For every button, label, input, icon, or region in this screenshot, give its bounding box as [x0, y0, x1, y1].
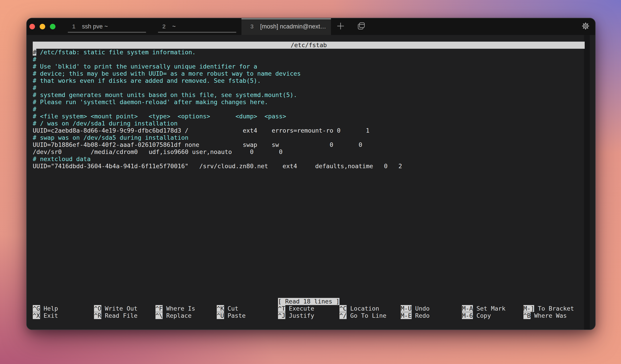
shortcut-key: ^K — [217, 305, 224, 312]
terminal-window: 1 ssh pve ~ 2 ~ 3 [mosh] ncadmin@next… — [26, 18, 596, 330]
nano-title-bar: GNU nano 8.4 /etc/fstab — [33, 42, 585, 49]
shortcut-column: M-UUndo M-ERedo — [401, 305, 462, 319]
shortcut-key: ^O — [94, 305, 101, 312]
shortcut-cut: ^KCut — [217, 305, 278, 312]
settings-button[interactable] — [581, 21, 590, 31]
shortcut-label: Justify — [289, 312, 314, 319]
shortcut-label: Redo — [415, 312, 430, 319]
shortcut-help: ^GHelp — [33, 305, 94, 312]
shortcut-where-was: ^BWhere Was — [523, 312, 585, 319]
editor-line: # — [33, 106, 585, 113]
terminal-cursor: # — [33, 49, 36, 56]
shortcut-label: To Bracket — [538, 305, 574, 312]
shortcut-key: ^/ — [340, 312, 347, 319]
scrollbar-track[interactable] — [584, 35, 590, 330]
plus-icon — [336, 22, 345, 31]
shortcut-label: Exit — [44, 312, 58, 319]
shortcut-key: ^T — [278, 305, 285, 312]
shortcut-label: Execute — [289, 305, 314, 312]
tab-overview-button[interactable] — [357, 22, 366, 31]
tab-number: 1 — [72, 23, 77, 30]
shortcut-read-file: ^RRead File — [94, 312, 155, 319]
editor-line: # device; this may be used with UUID= as… — [33, 70, 585, 77]
shortcut-location: ^CLocation — [340, 305, 401, 312]
shortcut-label: Go To Line — [350, 312, 386, 319]
tab-home[interactable]: 2 ~ — [157, 18, 237, 35]
editor-buffer: # /etc/fstab: static file system informa… — [33, 49, 585, 170]
tab-ssh-pve[interactable]: 1 ssh pve ~ — [67, 18, 147, 35]
shortcut-key: M-E — [401, 312, 412, 319]
shortcut-replace: ^\Replace — [155, 312, 217, 319]
editor-line: # /etc/fstab: static file system informa… — [33, 49, 585, 56]
tab-title: ssh pve ~ — [82, 23, 108, 30]
close-window-button[interactable] — [29, 24, 35, 29]
tab-number: 2 — [162, 23, 167, 30]
editor-line: UUID=7b1886ef-4b08-40f2-aaaf-0261075861d… — [33, 141, 585, 148]
editor-line: # — [33, 84, 585, 92]
shortcut-key: ^B — [523, 312, 531, 319]
shortcut-key: ^U — [217, 312, 224, 319]
shortcut-set-mark: M-ASet Mark — [462, 305, 523, 312]
shortcut-column: ^KCut ^UPaste — [217, 305, 278, 319]
shortcut-copy: M-6Copy — [462, 312, 523, 319]
shortcut-column: M-]To Bracket ^BWhere Was — [523, 305, 585, 319]
shortcut-label: Undo — [415, 305, 430, 312]
shortcut-paste: ^UPaste — [217, 312, 278, 319]
tab-mosh-ncadmin[interactable]: 3 [mosh] ncadmin@next… — [242, 18, 331, 35]
shortcut-label: Set Mark — [476, 305, 505, 312]
shortcut-key: ^F — [155, 305, 163, 312]
shortcut-label: Write Out — [105, 305, 138, 312]
shortcut-to-bracket: M-]To Bracket — [523, 305, 585, 312]
shortcut-column: M-ASet Mark M-6Copy — [462, 305, 523, 319]
shortcut-label: Replace — [166, 312, 191, 319]
shortcut-label: Paste — [228, 312, 246, 319]
shortcut-key: M-A — [462, 305, 473, 312]
editor-line: # swap was on /dev/sda5 during installat… — [33, 134, 585, 141]
window-controls — [29, 18, 55, 35]
tab-bar[interactable]: 1 ssh pve ~ 2 ~ 3 [mosh] ncadmin@next… — [27, 18, 595, 35]
tab-number: 3 — [250, 23, 255, 30]
shortcut-column: ^OWrite Out ^RRead File — [94, 305, 155, 319]
shortcut-go-to-line: ^/Go To Line — [340, 312, 401, 319]
shortcut-key: M-6 — [462, 312, 473, 319]
shortcut-column: ^TExecute ^JJustify — [278, 305, 339, 319]
editor-line: UUID=c2aebd8a-8d66-4e19-9c99-dfbc6bd178d… — [33, 127, 585, 134]
editor-line: # that works even if disks are added and… — [33, 77, 585, 84]
nano-shortcut-bar: ^GHelp ^XExit ^OWrite Out ^RRead File ^F… — [33, 305, 585, 319]
shortcut-key: ^C — [340, 305, 347, 312]
shortcut-key: M-U — [401, 305, 412, 312]
shortcut-justify: ^JJustify — [278, 312, 339, 319]
shortcut-key: ^G — [33, 305, 40, 312]
shortcut-label: Help — [44, 305, 58, 312]
nano-status-message: [ Read 18 lines ] — [278, 298, 340, 305]
terminal-content[interactable]: GNU nano 8.4 /etc/fstab # /etc/fstab: st… — [27, 35, 595, 330]
shortcut-label: Location — [350, 305, 379, 312]
minimize-window-button[interactable] — [40, 24, 45, 29]
nano-status-row: [ Read 18 lines ] — [33, 298, 585, 305]
editor-line: # Use 'blkid' to print the universally u… — [33, 63, 585, 70]
shortcut-key: ^R — [94, 312, 101, 319]
zoom-window-button[interactable] — [50, 24, 55, 29]
shortcut-column: ^FWhere Is ^\Replace — [155, 305, 217, 319]
shortcut-key: ^J — [278, 312, 285, 319]
nano-filename: /etc/fstab — [33, 42, 585, 49]
new-tab-button[interactable] — [336, 22, 345, 31]
shortcut-key: ^\ — [155, 312, 163, 319]
editor-line: UUID="7416dbdd-3604-4b4a-941d-6f11e5f700… — [33, 163, 585, 170]
shortcut-undo: M-UUndo — [401, 305, 462, 312]
shortcut-redo: M-ERedo — [401, 312, 462, 319]
editor-line: # / was on /dev/sda1 during installation — [33, 120, 585, 127]
shortcut-where-is: ^FWhere Is — [155, 305, 217, 312]
shortcut-label: Cut — [228, 305, 239, 312]
shortcut-column: ^CLocation ^/Go To Line — [340, 305, 401, 319]
shortcut-label: Read File — [105, 312, 138, 319]
shortcut-key: ^X — [33, 312, 40, 319]
shortcut-label: Where Was — [534, 312, 567, 319]
editor-line: # nextcloud data — [33, 156, 585, 163]
shortcut-write-out: ^OWrite Out — [94, 305, 155, 312]
shortcut-execute: ^TExecute — [278, 305, 339, 312]
shortcut-label: Copy — [476, 312, 491, 319]
stacked-windows-icon — [357, 22, 366, 31]
shortcut-label: Where Is — [166, 305, 195, 312]
editor-line-text: /etc/fstab: static file system informati… — [36, 49, 196, 56]
